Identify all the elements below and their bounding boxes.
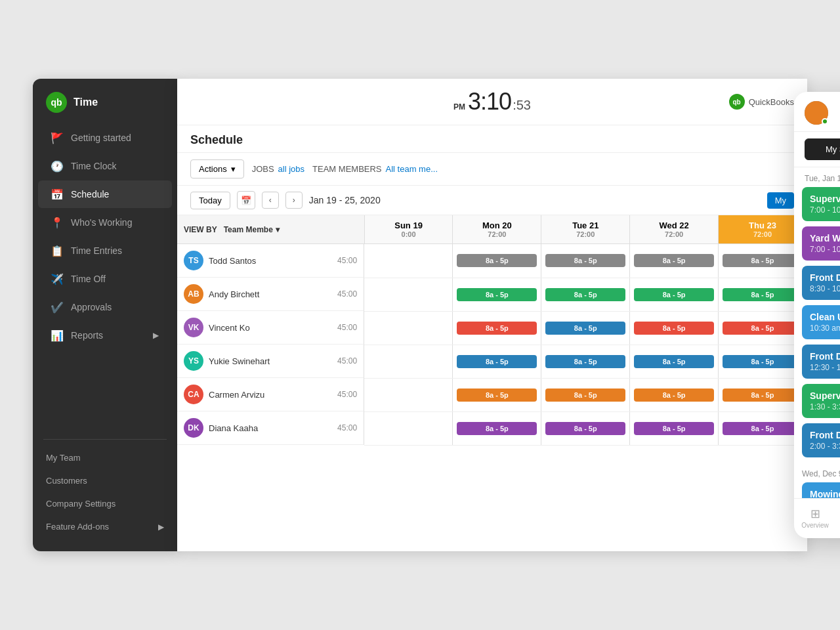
shift-block-2-1[interactable]: 8a - 5p <box>457 322 537 335</box>
employee-name-4: Carmen Arvizu <box>209 390 332 400</box>
shift-cell-5-0[interactable] <box>364 411 453 445</box>
shift-cell-5-2[interactable]: 8a - 5p <box>541 411 630 445</box>
col-hours-thu23: 72:00 <box>723 230 803 238</box>
shift-cell-4-1[interactable]: 8a - 5p <box>453 378 541 411</box>
app-container: qb Time 🚩 Getting started 🕐 Time Clock 📅… <box>33 79 807 551</box>
phone-shift-front-desk-2[interactable]: Front Desk 12:30 - 1:30 pm (1h) <box>802 345 840 379</box>
shift-block-4-4[interactable]: 8a - 5p <box>723 388 803 402</box>
shift-cell-3-0[interactable] <box>364 345 453 378</box>
next-week-button[interactable]: › <box>285 192 303 209</box>
actions-button[interactable]: Actions ▾ <box>190 159 244 178</box>
sidebar-item-company-settings[interactable]: Company Settings <box>33 492 177 515</box>
employee-avatar-2: VK <box>184 318 203 337</box>
shift-block-5-4[interactable]: 8a - 5p <box>723 422 803 435</box>
view-by-select[interactable]: VIEW BY Team Membe ▾ <box>184 225 358 234</box>
phone-date-header-2: Wed, Dec 9, 2020 <box>802 463 840 482</box>
shift-block-0-3[interactable]: 8a - 5p <box>634 254 714 267</box>
shift-block-3-3[interactable]: 8a - 5p <box>634 355 714 368</box>
sidebar-item-getting-started[interactable]: 🚩 Getting started <box>38 124 172 152</box>
phone-shift-supervisor-2[interactable]: Supervisor 1:30 - 3:30 pm (2h) <box>802 384 840 418</box>
shift-block-3-1[interactable]: 8a - 5p <box>457 355 537 368</box>
my-view-button[interactable]: My <box>767 192 794 209</box>
calendar-picker-icon[interactable]: 📅 <box>237 191 255 209</box>
phone-bottom-nav: ⊞ Overview ⏱ Time Clock ≡ Timesheets 📅 S… <box>794 498 840 538</box>
shift-block-0-4[interactable]: 8a - 5p <box>723 254 803 267</box>
shift-block-1-4[interactable]: 8a - 5p <box>723 288 803 301</box>
shift-cell-2-2[interactable]: 8a - 5p <box>541 311 630 345</box>
phone-shift-mowing[interactable]: Mowing 7:00 - 10:30 am (3h 30m) <box>802 482 840 498</box>
phone-shift-title-front-desk-3: Front Desk <box>810 430 840 440</box>
shift-cell-0-2[interactable]: 8a - 5p <box>541 244 630 278</box>
shift-block-0-2[interactable]: 8a - 5p <box>545 254 625 267</box>
sidebar-item-approvals[interactable]: ✔️ Approvals <box>38 293 172 321</box>
shift-block-3-4[interactable]: 8a - 5p <box>723 355 803 368</box>
shift-cell-0-3[interactable]: 8a - 5p <box>630 244 719 278</box>
sidebar-logo: qb Time <box>33 79 177 123</box>
shift-block-2-3[interactable]: 8a - 5p <box>634 322 714 335</box>
shift-cell-1-0[interactable] <box>364 278 453 311</box>
shift-cell-2-1[interactable]: 8a - 5p <box>453 311 541 345</box>
shift-cell-4-3[interactable]: 8a - 5p <box>630 378 719 411</box>
sidebar-item-time-off[interactable]: ✈️ Time Off <box>38 265 172 293</box>
phone-tab-my-schedule[interactable]: My Schedule <box>805 138 840 160</box>
today-button[interactable]: Today <box>190 192 230 209</box>
sidebar-item-time-clock[interactable]: 🕐 Time Clock <box>38 152 172 180</box>
shift-cell-1-2[interactable]: 8a - 5p <box>541 278 630 311</box>
shift-block-4-1[interactable]: 8a - 5p <box>457 388 537 402</box>
shift-block-2-4[interactable]: 8a - 5p <box>723 322 803 335</box>
shift-block-5-1[interactable]: 8a - 5p <box>457 422 537 435</box>
shift-cell-3-2[interactable]: 8a - 5p <box>541 345 630 378</box>
sidebar-item-whos-working[interactable]: 📍 Who's Working <box>38 209 172 236</box>
shift-cell-3-1[interactable]: 8a - 5p <box>453 345 541 378</box>
shift-block-1-2[interactable]: 8a - 5p <box>545 288 625 301</box>
shift-cell-0-1[interactable]: 8a - 5p <box>453 244 541 278</box>
shift-block-4-2[interactable]: 8a - 5p <box>545 388 625 402</box>
shift-block-5-2[interactable]: 8a - 5p <box>545 422 625 435</box>
prev-week-button[interactable]: ‹ <box>262 192 279 209</box>
shift-cell-2-3[interactable]: 8a - 5p <box>630 311 719 345</box>
shift-block-5-3[interactable]: 8a - 5p <box>634 422 714 435</box>
phone-shift-front-desk-1[interactable]: Front Desk 8:30 - 10:30 am (2h) <box>802 266 840 300</box>
shift-cell-1-3[interactable]: 8a - 5p <box>630 278 719 311</box>
shift-cell-1-1[interactable]: 8a - 5p <box>453 278 541 311</box>
flag-icon: 🚩 <box>51 132 63 144</box>
phone-shift-info-front-desk-3: Front Desk 2:00 - 3:30 pm (1h 30m) <box>810 430 840 451</box>
phone-shift-supervisor-1[interactable]: Supervisor 7:00 - 10:30 am (3h 30m) <box>802 187 840 221</box>
phone-shift-info-supervisor-1: Supervisor 7:00 - 10:30 am (3h 30m) <box>810 194 840 215</box>
sidebar-label-reports: Reports <box>71 330 103 341</box>
phone-shift-yard-work[interactable]: Yard Work 7:00 - 10:30 am (3h 30m) <box>802 226 840 261</box>
all-jobs-link[interactable]: all jobs <box>278 164 304 174</box>
sidebar-item-reports[interactable]: 📊 Reports ▶ <box>38 322 172 349</box>
shift-cell-4-2[interactable]: 8a - 5p <box>541 378 630 411</box>
shift-cell-5-3[interactable]: 8a - 5p <box>630 411 719 445</box>
shift-cell-5-1[interactable]: 8a - 5p <box>453 411 541 445</box>
employee-hours-5: 45:00 <box>337 423 357 432</box>
sidebar-item-customers[interactable]: Customers <box>33 469 177 492</box>
shift-cell-4-0[interactable] <box>364 378 453 411</box>
employee-name-2: Vincent Ko <box>209 323 332 333</box>
shift-block-2-2[interactable]: 8a - 5p <box>545 322 625 335</box>
shift-block-3-2[interactable]: 8a - 5p <box>545 355 625 368</box>
employee-avatar-0: TS <box>184 251 203 270</box>
sidebar-item-my-team[interactable]: My Team <box>33 446 177 469</box>
employee-cell-1: AB Andy Birchett 45:00 <box>177 278 364 311</box>
shift-cell-2-0[interactable] <box>364 311 453 345</box>
shift-block-4-3[interactable]: 8a - 5p <box>634 388 714 402</box>
reports-arrow-icon: ▶ <box>153 331 159 340</box>
shift-cell-0-0[interactable] <box>364 244 453 278</box>
jobs-label: JOBS <box>252 164 274 174</box>
sidebar-item-schedule[interactable]: 📅 Schedule <box>38 180 172 208</box>
phone-shift-front-desk-3[interactable]: Front Desk 2:00 - 3:30 pm (1h 30m) <box>802 423 840 457</box>
all-team-members-link[interactable]: All team me... <box>386 164 438 174</box>
shift-block-1-1[interactable]: 8a - 5p <box>457 288 537 301</box>
shift-cell-3-3[interactable]: 8a - 5p <box>630 345 719 378</box>
phone-shift-clean-up[interactable]: Clean Up 10:30 am - 1:30 pm (3h) <box>802 305 840 339</box>
phone-nav-overview[interactable]: ⊞ Overview <box>794 504 836 533</box>
col-day-tue21: Tue 21 <box>545 220 625 230</box>
sidebar-item-time-entries[interactable]: 📋 Time Entries <box>38 237 172 264</box>
sidebar-item-feature-add-ons[interactable]: Feature Add-ons ▶ <box>33 515 177 538</box>
phone-top-bar: Schedule <box>794 92 840 132</box>
shift-block-1-3[interactable]: 8a - 5p <box>634 288 714 301</box>
phone-nav-time-clock[interactable]: ⏱ Time Clock <box>836 504 840 533</box>
shift-block-0-1[interactable]: 8a - 5p <box>457 254 537 267</box>
